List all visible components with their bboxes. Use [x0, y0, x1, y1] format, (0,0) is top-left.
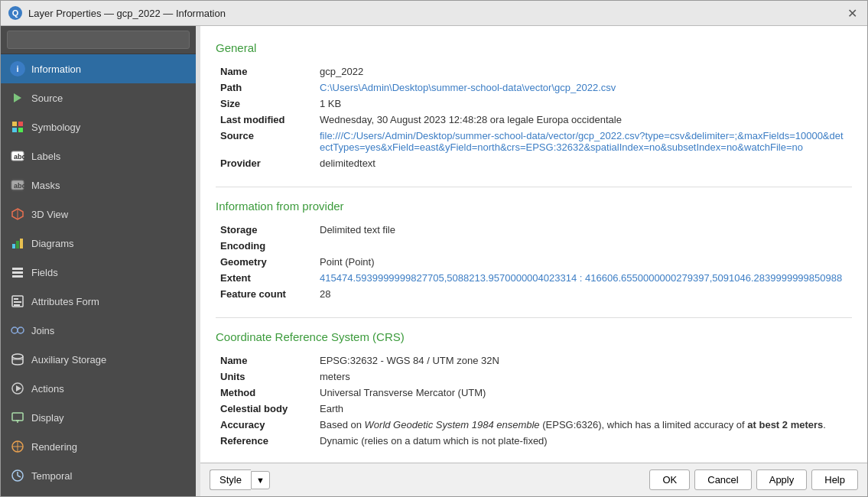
provider-label: Provider [216, 155, 315, 171]
source-link: file:///C:/Users/Admin/Desktop/summer-sc… [320, 130, 844, 153]
style-button[interactable]: Style [210, 469, 251, 490]
size-value: 1 KB [315, 96, 852, 112]
right-panel: General Name gcp_2022 Path C:\Users\Admi… [200, 26, 867, 496]
accuracy-bold: at best 2 meters [747, 419, 823, 430]
sidebar-item-attributes-form[interactable]: Attributes Form [1, 287, 196, 316]
sidebar-item-3dview[interactable]: 3D View [1, 200, 196, 229]
joins-icon [10, 323, 25, 338]
sidebar-item-display[interactable]: Display [1, 403, 196, 432]
section-divider-2 [216, 317, 852, 318]
path-link[interactable]: C:\Users\Admin\Desktop\summer-school-dat… [320, 82, 616, 93]
svg-point-24 [12, 354, 23, 359]
svg-marker-0 [14, 93, 21, 102]
table-row: Path C:\Users\Admin\Desktop\summer-schoo… [216, 80, 852, 96]
ok-button[interactable]: OK [649, 469, 690, 490]
sidebar-item-label: Information [31, 63, 81, 75]
sidebar-item-diagrams[interactable]: Diagrams [1, 229, 196, 258]
accuracy-text: Based on World Geodetic System 1984 ense… [320, 419, 826, 430]
table-row: Reference Dynamic (relies on a datum whi… [216, 433, 852, 449]
table-row: Feature count 28 [216, 286, 852, 302]
crs-reference-label: Reference [216, 433, 315, 449]
name-label: Name [216, 63, 315, 80]
table-row: Accuracy Based on World Geodetic System … [216, 417, 852, 433]
feature-count-label: Feature count [216, 286, 315, 302]
content-area: General Name gcp_2022 Path C:\Users\Admi… [200, 26, 867, 463]
app-icon: Q [8, 6, 22, 20]
svg-rect-3 [12, 128, 17, 132]
storage-label: Storage [216, 222, 315, 238]
table-row: Source file:///C:/Users/Admin/Desktop/su… [216, 128, 852, 155]
sidebar-item-label: Fields [31, 267, 58, 278]
provider-value: delimitedtext [315, 155, 852, 171]
svg-rect-4 [18, 128, 23, 132]
auxiliary-storage-icon [10, 352, 25, 367]
svg-rect-19 [14, 298, 18, 300]
cancel-button[interactable]: Cancel [694, 469, 751, 490]
main-content: i Information Source Symb [1, 26, 867, 496]
table-row: Size 1 KB [216, 96, 852, 112]
style-dropdown-button[interactable]: ▼ [251, 471, 270, 489]
rendering-icon [10, 439, 25, 454]
svg-line-36 [18, 476, 21, 477]
titlebar: Q Layer Properties — gcp_2022 — Informat… [1, 1, 867, 26]
diagrams-icon [10, 236, 25, 251]
actions-icon [10, 381, 25, 396]
table-row: Units meters [216, 369, 852, 385]
storage-value: Delimited text file [315, 222, 852, 238]
sidebar-item-masks[interactable]: abc Masks [1, 171, 196, 200]
sidebar-item-label: Attributes Form [31, 296, 99, 307]
action-buttons: OK Cancel Apply Help [649, 469, 858, 490]
masks-icon: abc [10, 177, 25, 193]
sidebar-item-symbology[interactable]: Symbology [1, 112, 196, 141]
sidebar-item-label: Temporal [31, 470, 72, 482]
geometry-value: Point (Point) [315, 254, 852, 270]
source-label: Source [216, 128, 315, 155]
table-row: Encoding [216, 238, 852, 254]
close-button[interactable]: ✕ [844, 5, 860, 21]
sidebar-item-temporal[interactable]: Temporal [1, 461, 196, 490]
crs-name-value: EPSG:32632 - WGS 84 / UTM zone 32N [315, 352, 852, 369]
svg-rect-2 [18, 122, 23, 126]
info-icon: i [10, 61, 25, 76]
crs-method-label: Method [216, 385, 315, 401]
svg-rect-1 [12, 122, 17, 126]
temporal-icon [10, 468, 25, 483]
sidebar-item-label: Auxiliary Storage [31, 354, 106, 365]
path-label: Path [216, 80, 315, 96]
sidebar-item-joins[interactable]: Joins [1, 316, 196, 345]
table-row: Storage Delimited text file [216, 222, 852, 238]
svg-point-23 [18, 327, 24, 333]
titlebar-left: Q Layer Properties — gcp_2022 — Informat… [8, 6, 226, 20]
section-divider [216, 187, 852, 187]
svg-rect-14 [20, 239, 23, 248]
sidebar-item-information[interactable]: i Information [1, 54, 196, 83]
sidebar-item-auxiliary-storage[interactable]: Auxiliary Storage [1, 345, 196, 374]
source-icon [10, 90, 25, 106]
help-button[interactable]: Help [811, 469, 858, 490]
table-row: Name gcp_2022 [216, 63, 852, 80]
sidebar: i Information Source Symb [1, 26, 196, 496]
extent-link: 415474.5939999999827705,5088213.95700000… [320, 272, 842, 284]
style-button-group: Style ▼ [210, 469, 270, 490]
sidebar-item-rendering[interactable]: Rendering [1, 432, 196, 461]
sidebar-item-labels[interactable]: abc Labels [1, 141, 196, 171]
last-modified-label: Last modified [216, 112, 315, 128]
sidebar-item-label: Actions [31, 383, 64, 395]
search-bar [1, 26, 196, 54]
sidebar-item-source[interactable]: Source [1, 83, 196, 112]
crs-accuracy-value: Based on World Geodetic System 1984 ense… [315, 417, 852, 433]
info-provider-section-title: Information from provider [216, 200, 852, 213]
table-row: Provider delimitedtext [216, 155, 852, 171]
crs-table: Name EPSG:32632 - WGS 84 / UTM zone 32N … [216, 352, 852, 449]
crs-units-label: Units [216, 369, 315, 385]
sidebar-item-fields[interactable]: Fields [1, 258, 196, 287]
search-input[interactable] [7, 31, 190, 49]
crs-celestial-label: Celestial body [216, 401, 315, 417]
general-section-title: General [216, 41, 852, 54]
sidebar-item-label: Masks [31, 180, 60, 191]
apply-button[interactable]: Apply [756, 469, 808, 490]
table-row: Last modified Wednesday, 30 August 2023 … [216, 112, 852, 128]
sidebar-item-actions[interactable]: Actions [1, 374, 196, 403]
crs-name-label: Name [216, 352, 315, 369]
source-value: file:///C:/Users/Admin/Desktop/summer-sc… [315, 128, 852, 155]
